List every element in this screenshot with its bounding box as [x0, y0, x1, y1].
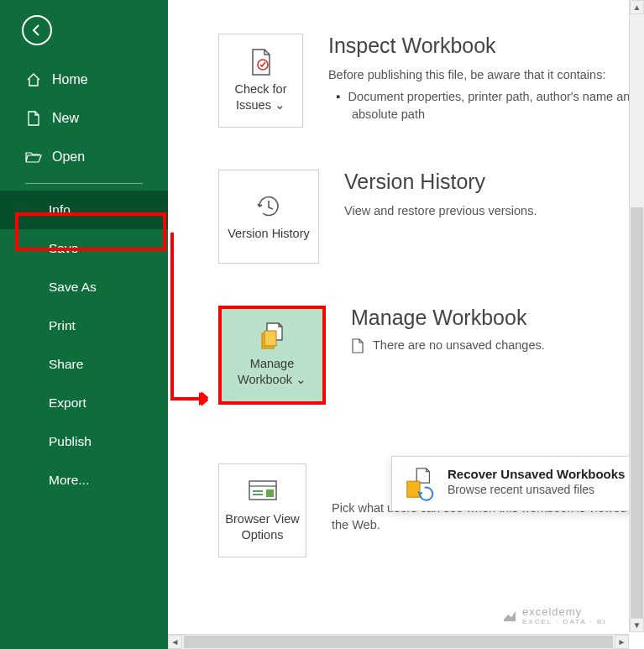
- hscroll-thumb[interactable]: [184, 636, 613, 648]
- manage-status: There are no unsaved changes.: [373, 338, 545, 352]
- inspect-info: Inspect Workbook Before publishing this …: [328, 34, 644, 126]
- sidebar-item-label: Publish: [49, 434, 92, 449]
- inspect-bullet: Document properties, printer path, autho…: [352, 88, 644, 123]
- sidebar-item-info[interactable]: Info: [0, 191, 168, 229]
- sidebar-item-open[interactable]: Open: [0, 138, 168, 176]
- section-desc: Before publishing this file, be aware th…: [328, 66, 644, 83]
- sidebar-item-label: Save As: [49, 280, 97, 295]
- section-title: Version History: [344, 170, 537, 194]
- card-label: Manage Workbook: [238, 357, 294, 386]
- recover-unsaved-menu-item[interactable]: Recover Unsaved Workbooks Browse recent …: [391, 456, 644, 511]
- svg-rect-2: [264, 331, 276, 346]
- svg-rect-6: [407, 481, 420, 497]
- watermark-tagline: EXCEL · DATA · BI: [522, 618, 607, 625]
- sidebar-item-label: New: [52, 111, 79, 126]
- sidebar-divider: [25, 183, 143, 184]
- sidebar-item-label: Home: [52, 72, 88, 87]
- sidebar-item-label: Export: [49, 395, 86, 411]
- info-panel: Check for Issues ⌄ Inspect Workbook Befo…: [168, 0, 644, 649]
- home-icon: [25, 72, 42, 87]
- new-doc-icon: [25, 111, 42, 126]
- sidebar-item-label: Info: [49, 202, 71, 217]
- version-history-button[interactable]: Version History: [218, 170, 319, 264]
- section-title: Inspect Workbook: [328, 34, 644, 58]
- scroll-left-arrow-icon[interactable]: ◄: [168, 635, 182, 649]
- sidebar-item-print[interactable]: Print: [0, 306, 168, 345]
- doc-small-icon: [351, 338, 364, 356]
- open-folder-icon: [25, 150, 42, 164]
- sidebar-item-save[interactable]: Save: [0, 229, 168, 268]
- section-desc: View and restore previous versions.: [344, 202, 537, 219]
- browser-view-icon: [248, 478, 278, 506]
- scroll-right-arrow-icon[interactable]: ►: [615, 635, 629, 649]
- card-label: Version History: [228, 226, 310, 242]
- horizontal-scrollbar[interactable]: ◄ ►: [168, 634, 629, 649]
- sidebar-item-label: Open: [52, 149, 85, 165]
- sidebar-item-new[interactable]: New: [0, 99, 168, 138]
- sidebar-item-publish[interactable]: Publish: [0, 422, 168, 461]
- chevron-down-icon: ⌄: [296, 373, 306, 386]
- watermark: exceldemy EXCEL · DATA · BI: [502, 605, 607, 625]
- popup-title: Recover Unsaved Workbooks: [448, 467, 625, 481]
- section-title: Manage Workbook: [351, 306, 545, 330]
- recover-folder-icon: [404, 467, 437, 500]
- back-button[interactable]: [22, 15, 52, 45]
- section-version: Version History Version History View and…: [218, 170, 644, 264]
- sidebar-item-label: Share: [49, 357, 83, 372]
- version-info: Version History View and restore previou…: [344, 170, 537, 222]
- manage-workbook-icon: [257, 322, 287, 351]
- scroll-up-arrow-icon[interactable]: ▲: [630, 0, 644, 14]
- card-label: Browser View Options: [224, 511, 301, 543]
- backstage-sidebar: Home New Open Info Save Save As Print: [0, 0, 168, 649]
- history-icon: [254, 192, 283, 221]
- sidebar-item-share[interactable]: Share: [0, 345, 168, 384]
- sidebar-item-home[interactable]: Home: [0, 60, 168, 99]
- inspect-doc-icon: [246, 48, 275, 76]
- vertical-scrollbar[interactable]: ▲ ▼: [629, 0, 644, 632]
- vscroll-thumb[interactable]: [631, 207, 643, 627]
- back-arrow-icon: [30, 24, 44, 37]
- section-inspect: Check for Issues ⌄ Inspect Workbook Befo…: [218, 34, 644, 128]
- chevron-down-icon: ⌄: [275, 98, 285, 112]
- section-manage: Manage Workbook ⌄ Manage Workbook There …: [218, 306, 644, 405]
- manage-info: Manage Workbook There are no unsaved cha…: [351, 306, 545, 356]
- manage-workbook-button[interactable]: Manage Workbook ⌄: [218, 306, 326, 405]
- sidebar-item-label: Save: [49, 241, 78, 256]
- browser-view-options-button[interactable]: Browser View Options: [218, 463, 306, 557]
- sidebar-item-save-as[interactable]: Save As: [0, 268, 168, 306]
- svg-rect-5: [266, 489, 274, 497]
- watermark-icon: [502, 608, 517, 623]
- scroll-down-arrow-icon[interactable]: ▼: [630, 618, 644, 632]
- sidebar-item-label: More...: [49, 473, 89, 488]
- sidebar-item-label: Print: [49, 318, 76, 333]
- sidebar-item-more[interactable]: More...: [0, 461, 168, 500]
- sidebar-item-export[interactable]: Export: [0, 384, 168, 422]
- watermark-brand: exceldemy: [522, 605, 582, 618]
- check-for-issues-button[interactable]: Check for Issues ⌄: [218, 34, 303, 128]
- popup-subtitle: Browse recent unsaved files: [448, 483, 625, 496]
